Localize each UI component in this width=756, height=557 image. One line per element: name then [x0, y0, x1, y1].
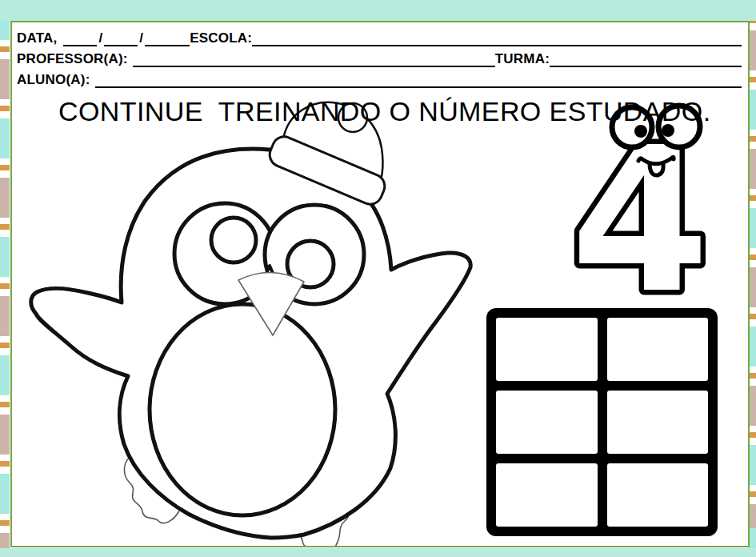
date-slash-2: / — [139, 30, 143, 46]
penguin-face-patch-right — [265, 205, 364, 304]
mint-mat-bottom — [0, 548, 756, 557]
penguin-eye-left — [211, 218, 256, 262]
hat-brim — [266, 133, 389, 208]
date-year-blank[interactable] — [145, 29, 190, 46]
penguin-beak — [238, 272, 304, 335]
class-label: TURMA: — [495, 51, 550, 67]
teacher-blank[interactable] — [133, 50, 495, 67]
practice-cell[interactable] — [607, 463, 709, 527]
number-practice-grid — [486, 308, 718, 536]
date-slash-1: / — [98, 30, 102, 46]
penguin-belly — [150, 304, 335, 515]
number-4-mouth — [638, 157, 674, 175]
school-blank[interactable] — [252, 29, 742, 46]
practice-cell[interactable] — [496, 463, 598, 527]
penguin-body — [31, 149, 470, 538]
teacher-label: PROFESSOR(A): — [17, 51, 128, 67]
mint-mat-top — [0, 0, 756, 21]
number-4-character: 4 — [570, 104, 710, 337]
practice-cell[interactable] — [607, 391, 709, 454]
school-label: ESCOLA: — [190, 30, 252, 46]
smile — [638, 157, 674, 164]
student-label: ALUNO(A): — [17, 72, 90, 88]
number-4-glyph: 4 — [570, 104, 710, 337]
washi-tape-border-left — [0, 0, 10, 557]
penguin-illustration — [31, 102, 470, 547]
penguin-beak-top — [263, 266, 276, 281]
header-row-teacher-class: PROFESSOR(A): TURMA: — [17, 46, 742, 67]
activity-title: CONTINUE TREINANDO O NÚMERO ESTUDADO. — [58, 96, 748, 127]
washi-tape-border-right — [749, 0, 756, 557]
date-month-blank[interactable] — [104, 29, 138, 46]
penguin-eye-right — [287, 241, 334, 287]
student-blank[interactable] — [95, 70, 742, 88]
header-row-student: ALUNO(A): — [17, 67, 742, 88]
practice-cell[interactable] — [496, 318, 598, 381]
class-blank[interactable] — [550, 50, 742, 67]
penguin-foot-left — [124, 451, 190, 523]
worksheet-header: DATA, / / ESCOLA: PROFESSOR(A): TURMA: A… — [12, 22, 748, 88]
worksheet-sheet: DATA, / / ESCOLA: PROFESSOR(A): TURMA: A… — [10, 21, 750, 547]
date-label: DATA, — [17, 30, 57, 46]
practice-cell[interactable] — [496, 391, 598, 454]
date-day-blank[interactable] — [63, 29, 97, 46]
header-row-date-school: DATA, / / ESCOLA: — [17, 26, 742, 46]
tongue — [650, 164, 663, 175]
penguin-foot-right — [284, 491, 350, 547]
worksheet-page: { "header": { "date_label": "DATA,", "da… — [0, 0, 756, 557]
penguin-face-patch-left — [174, 203, 275, 304]
practice-cell[interactable] — [607, 318, 709, 381]
